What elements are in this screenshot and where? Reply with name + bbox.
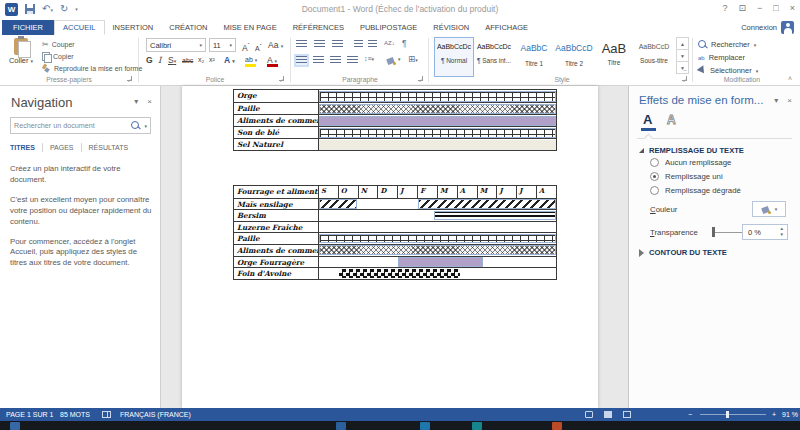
fill-option-0[interactable]: Aucun remplissage: [650, 158, 731, 167]
radio-selected-icon[interactable]: [650, 172, 659, 181]
ribbon-display-icon[interactable]: ⊡: [738, 2, 746, 14]
close-icon[interactable]: ×: [790, 2, 795, 14]
paragraph-dialog-launcher[interactable]: [418, 76, 423, 81]
month-header-cell[interactable]: S: [319, 186, 339, 198]
align-left-icon[interactable]: [296, 56, 307, 65]
row-label[interactable]: Aliments de commerce: [234, 115, 319, 126]
replace-button[interactable]: ab Remplacer: [698, 53, 745, 62]
row-label[interactable]: Son de blé: [234, 127, 319, 138]
row-chart-area[interactable]: [319, 222, 556, 233]
ribbon-tab-révision[interactable]: RÉVISION: [425, 20, 477, 35]
align-right-icon[interactable]: [330, 56, 341, 65]
ribbon-tab-affichage[interactable]: AFFICHAGE: [477, 20, 536, 35]
print-layout-icon[interactable]: [604, 411, 612, 418]
windows-taskbar[interactable]: [0, 421, 800, 430]
taskbar-app-icon[interactable]: [336, 422, 346, 430]
superscript-button[interactable]: x²: [209, 54, 215, 66]
proofing-icon[interactable]: [102, 411, 111, 418]
ribbon-tab-publipostage[interactable]: PUBLIPOSTAGE: [352, 20, 425, 35]
effects-pane-options-icon[interactable]: ▾: [774, 96, 778, 105]
web-layout-icon[interactable]: [623, 411, 631, 418]
multilevel-list-icon[interactable]: [332, 40, 343, 49]
document-page[interactable]: OrgePailleAliments de commerceSon de blé…: [182, 86, 598, 408]
row-label[interactable]: Aliments de commerce: [234, 245, 319, 256]
taskbar-app-icon[interactable]: [552, 422, 562, 430]
style-chip-1[interactable]: AaBbCcDc¶ Sans int...: [474, 37, 514, 77]
font-name-combo[interactable]: Calibri▾: [146, 38, 206, 52]
table-corner-cell[interactable]: Fourrage et aliments: [234, 186, 319, 198]
month-header-cell[interactable]: O: [339, 186, 359, 198]
fill-option-1[interactable]: Remplissage uni: [650, 172, 723, 181]
start-button-icon[interactable]: [10, 422, 20, 430]
ribbon-tab-références[interactable]: RÉFÉRENCES: [285, 20, 352, 35]
connexion-label[interactable]: Connexion: [741, 23, 777, 32]
nav-tab-résultats[interactable]: RÉSULTATS: [82, 142, 136, 153]
document-search-box[interactable]: ▾: [10, 117, 151, 134]
line-spacing-icon[interactable]: ↕≡▾: [364, 54, 374, 64]
row-chart-area[interactable]: [319, 115, 556, 126]
taskbar-app-icon[interactable]: [472, 422, 482, 430]
language-indicator[interactable]: FRANÇAIS (FRANCE): [120, 411, 191, 418]
row-chart-area[interactable]: [319, 127, 556, 138]
help-icon[interactable]: ?: [722, 2, 727, 14]
nav-tab-pages[interactable]: PAGES: [43, 142, 81, 153]
style-more-icon[interactable]: ▼̲: [676, 61, 689, 74]
text-outline-tab-icon[interactable]: A: [667, 113, 676, 127]
row-label[interactable]: Bersim: [234, 210, 319, 221]
justify-icon[interactable]: [347, 56, 358, 65]
month-header-cell[interactable]: M: [438, 186, 458, 198]
copy-button[interactable]: Copier: [42, 51, 74, 62]
style-chip-2[interactable]: AaBbCTitre 1: [514, 37, 554, 77]
row-label[interactable]: Luzerne Fraîche: [234, 222, 319, 233]
word-app-icon[interactable]: W: [5, 3, 18, 16]
shading-button[interactable]: ▾: [386, 56, 401, 65]
text-fill-tab-icon[interactable]: A: [643, 112, 652, 127]
row-chart-area[interactable]: [319, 233, 556, 244]
row-label[interactable]: Maïs ensilage: [234, 199, 319, 210]
row-label[interactable]: Paille: [234, 103, 319, 114]
color-picker-button[interactable]: ▾: [752, 201, 786, 217]
nav-close-icon[interactable]: ×: [147, 97, 152, 106]
zoom-slider[interactable]: [700, 414, 766, 415]
page-indicator[interactable]: PAGE 1 SUR 1: [6, 411, 53, 418]
spin-down-icon[interactable]: ▼: [780, 232, 784, 237]
zoom-level[interactable]: 91 %: [782, 411, 798, 418]
sort-icon[interactable]: AZ↓: [384, 38, 395, 48]
row-label[interactable]: Orge Fourragère: [234, 257, 319, 268]
text-effects-button[interactable]: A ▾: [224, 54, 235, 67]
style-chip-4[interactable]: AaBTitre: [594, 37, 634, 77]
restore-icon[interactable]: □: [773, 2, 778, 14]
row-label[interactable]: Paille: [234, 233, 319, 244]
ribbon-tab-mise-en-page[interactable]: MISE EN PAGE: [215, 20, 284, 35]
format-painter-button[interactable]: Reproduire la mise en forme: [42, 63, 142, 74]
select-button[interactable]: Sélectionner▾: [698, 66, 758, 75]
radio-icon[interactable]: [650, 186, 659, 195]
font-dialog-launcher[interactable]: [279, 76, 284, 81]
row-chart-area[interactable]: [319, 245, 556, 256]
change-case-button[interactable]: Aa ▾: [268, 39, 283, 52]
row-label[interactable]: Orge: [234, 90, 319, 102]
grow-font-button[interactable]: Aˆ: [242, 39, 249, 54]
month-header-cell[interactable]: J: [517, 186, 537, 198]
style-chip-3[interactable]: AaBbCcDTitre 2: [554, 37, 594, 77]
row-chart-area[interactable]: [319, 268, 556, 279]
row-chart-area[interactable]: [319, 103, 556, 114]
style-dialog-launcher[interactable]: [682, 76, 687, 81]
find-button[interactable]: Rechercher▾: [698, 40, 756, 49]
ribbon-tab-création[interactable]: CRÉATION: [161, 20, 215, 35]
effects-pane-close-icon[interactable]: ×: [787, 96, 792, 105]
pilcrow-icon[interactable]: ¶: [402, 38, 407, 48]
outline-section-header[interactable]: CONTOUR DU TEXTE: [639, 248, 727, 257]
transparency-spinner[interactable]: 0 % ▲▼: [742, 224, 788, 240]
clipboard-dialog-launcher[interactable]: [127, 76, 132, 81]
zoom-out-icon[interactable]: −: [688, 411, 692, 418]
radio-icon[interactable]: [650, 158, 659, 167]
taskbar-app-icon[interactable]: [420, 422, 430, 430]
row-chart-area[interactable]: [319, 139, 556, 150]
style-chip-0[interactable]: AaBbCcDc¶ Normal: [434, 37, 474, 77]
zoom-slider-thumb[interactable]: [726, 411, 729, 418]
italic-button[interactable]: I: [158, 54, 161, 66]
word-count[interactable]: 85 MOTS: [60, 411, 90, 418]
borders-icon[interactable]: ⊞▾: [408, 54, 418, 65]
month-header-cell[interactable]: M: [478, 186, 498, 198]
